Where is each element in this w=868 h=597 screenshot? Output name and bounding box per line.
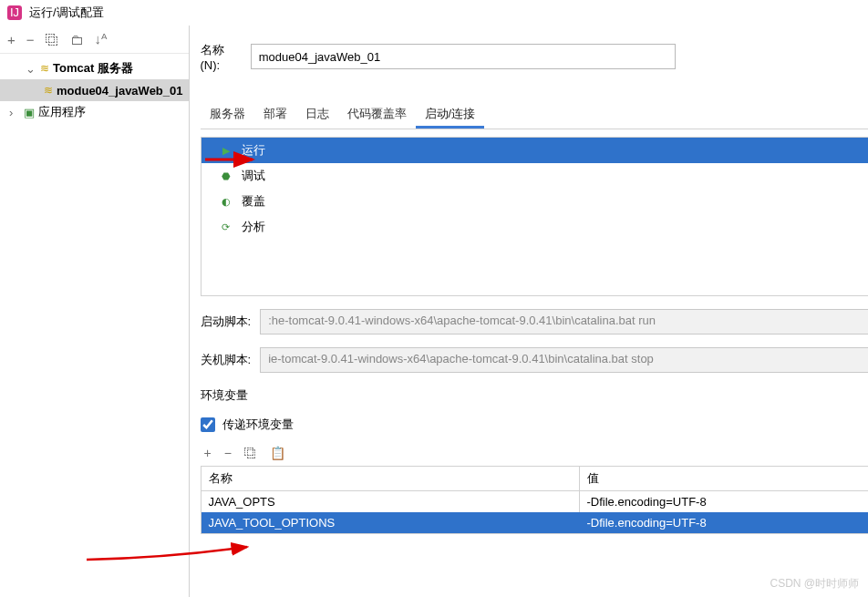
- remove-icon[interactable]: −: [224, 446, 232, 460]
- app-icon: ▣: [24, 106, 35, 119]
- add-icon[interactable]: +: [7, 32, 16, 47]
- store-checkbox[interactable]: [712, 44, 868, 69]
- col-value: 值: [580, 467, 869, 490]
- config-tree: ⌄ ≋ Tomcat 服务器 ≋ modue04_javaWeb_01 › ▣ …: [0, 54, 189, 127]
- table-row[interactable]: JAVA_TOOL_OPTIONS -Dfile.encoding=UTF-8: [202, 512, 869, 533]
- startup-script-field[interactable]: :he-tomcat-9.0.41-windows-x64\apache-tom…: [260, 309, 868, 335]
- tree-node-config[interactable]: ≋ modue04_javaWeb_01: [0, 79, 189, 101]
- svg-text:IJ: IJ: [10, 5, 19, 19]
- tree-label: 应用程序: [38, 104, 86, 120]
- shutdown-script-row: 关机脚本: ie-tomcat-9.0.41-windows-x64\apach…: [201, 347, 869, 373]
- run-label: 分析: [242, 219, 265, 235]
- remove-icon[interactable]: −: [26, 32, 35, 47]
- clock-icon: ⟳: [220, 221, 232, 233]
- main-area: + − ⿻ 🗀 ↓ᴬ ⌄ ≋ Tomcat 服务器 ≋ modue04_java…: [0, 26, 868, 597]
- env-section-label: 环境变量: [201, 387, 869, 404]
- window-title: 运行/调试配置: [29, 5, 104, 21]
- env-toolbar: + − ⿻ 📋: [201, 446, 869, 460]
- tomcat-icon: ≋: [44, 84, 53, 97]
- env-table: 名称 值 JAVA_OPTS -Dfile.encoding=UTF-8 JAV…: [201, 466, 869, 534]
- sort-icon[interactable]: ↓ᴬ: [95, 31, 108, 47]
- shutdown-script-field[interactable]: ie-tomcat-9.0.41-windows-x64\apache-tomc…: [260, 347, 868, 373]
- copy-icon[interactable]: ⿻: [244, 446, 257, 460]
- run-mode-analyze[interactable]: ⟳ 分析: [202, 214, 869, 240]
- run-mode-list: ▶ 运行 ⬣ 调试 ◐ 覆盖 ⟳ 分析: [201, 137, 869, 296]
- tab-startup[interactable]: 启动/连接: [416, 102, 485, 129]
- table-header: 名称 值: [202, 467, 869, 491]
- cell-value: -Dfile.encoding=UTF-8: [580, 512, 869, 533]
- pass-env-checkbox[interactable]: [201, 417, 215, 432]
- chevron-down-icon: ⌄: [26, 62, 36, 76]
- startup-script-label: 启动脚本:: [201, 314, 252, 330]
- shutdown-script-label: 关机脚本:: [201, 352, 252, 368]
- bug-icon: ⬣: [220, 170, 232, 182]
- name-row: 名称(N): 存储: [201, 33, 869, 80]
- titlebar: IJ 运行/调试配置: [0, 0, 868, 26]
- run-label: 覆盖: [242, 193, 265, 210]
- name-input[interactable]: [251, 44, 676, 69]
- pass-env-label: 传递环境变量: [222, 417, 294, 433]
- tab-coverage[interactable]: 代码覆盖率: [338, 102, 416, 129]
- name-label: 名称(N):: [201, 42, 242, 72]
- content-panel: 名称(N): 存储 服务器 部署 日志 代码覆盖率 启动/连接 ▶ 运行 ⬣ 调…: [190, 26, 869, 597]
- shield-icon: ◐: [220, 196, 232, 208]
- add-icon[interactable]: +: [204, 446, 212, 460]
- tree-label: Tomcat 服务器: [53, 60, 133, 77]
- run-mode-debug[interactable]: ⬣ 调试: [202, 163, 869, 189]
- paste-icon[interactable]: 📋: [270, 446, 285, 460]
- run-mode-cover[interactable]: ◐ 覆盖: [202, 189, 869, 214]
- play-icon: ▶: [220, 145, 232, 157]
- startup-script-row: 启动脚本: :he-tomcat-9.0.41-windows-x64\apac…: [201, 309, 869, 335]
- tomcat-icon: ≋: [40, 62, 49, 75]
- sidebar: + − ⿻ 🗀 ↓ᴬ ⌄ ≋ Tomcat 服务器 ≋ modue04_java…: [0, 26, 190, 597]
- tab-server[interactable]: 服务器: [201, 102, 254, 129]
- copy-icon[interactable]: ⿻: [46, 32, 59, 47]
- run-label: 运行: [242, 142, 265, 159]
- run-mode-run[interactable]: ▶ 运行: [202, 138, 869, 163]
- tree-node-tomcat[interactable]: ⌄ ≋ Tomcat 服务器: [0, 57, 189, 79]
- save-icon[interactable]: 🗀: [70, 32, 84, 47]
- run-label: 调试: [242, 168, 265, 184]
- cell-value: -Dfile.encoding=UTF-8: [580, 491, 869, 512]
- chevron-right-icon: ›: [9, 106, 20, 119]
- cell-name: JAVA_TOOL_OPTIONS: [202, 512, 580, 533]
- sidebar-toolbar: + − ⿻ 🗀 ↓ᴬ: [0, 26, 189, 54]
- tab-deploy[interactable]: 部署: [254, 102, 296, 129]
- app-icon: IJ: [7, 5, 22, 20]
- cell-name: JAVA_OPTS: [202, 491, 580, 512]
- pass-env-row[interactable]: 传递环境变量: [201, 417, 869, 433]
- store-option[interactable]: 存储: [712, 40, 868, 73]
- tab-log[interactable]: 日志: [296, 102, 338, 129]
- col-name: 名称: [202, 467, 580, 490]
- tabs: 服务器 部署 日志 代码覆盖率 启动/连接: [201, 102, 869, 129]
- tree-label: modue04_javaWeb_01: [57, 84, 183, 98]
- watermark: CSDN @时时师师: [770, 576, 859, 592]
- tree-node-app[interactable]: › ▣ 应用程序: [0, 101, 189, 123]
- table-row[interactable]: JAVA_OPTS -Dfile.encoding=UTF-8: [202, 491, 869, 512]
